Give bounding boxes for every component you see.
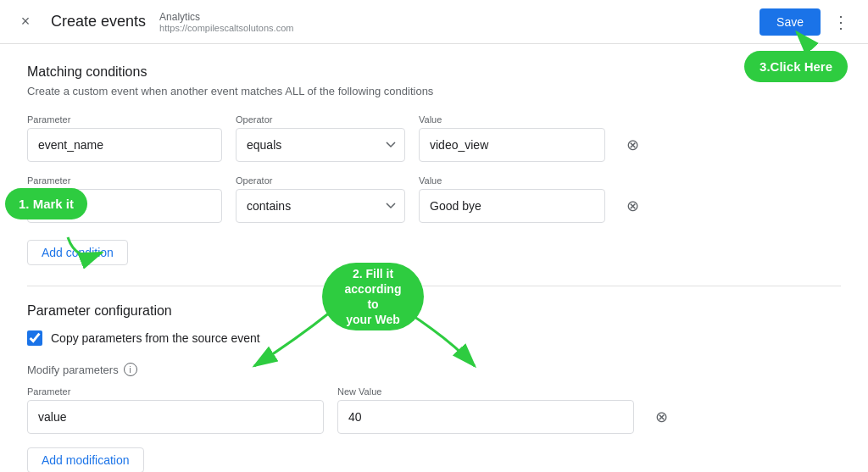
condition-1-param-group: Parameter bbox=[27, 114, 222, 162]
main-content: Matching conditions Create a custom even… bbox=[0, 44, 868, 472]
header-meta: Analytics https://compilescaltsolutons.c… bbox=[159, 11, 293, 33]
mod-new-value-input[interactable] bbox=[337, 400, 634, 434]
meta-url: https://compilescaltsolutons.com bbox=[159, 23, 293, 33]
condition-2-value-label: Value bbox=[419, 175, 605, 186]
mod-new-value-group: New Value bbox=[337, 386, 634, 434]
condition-2-remove-button[interactable]: ⊗ bbox=[619, 192, 646, 219]
header-actions: Save ⋮ bbox=[760, 8, 854, 36]
more-button[interactable]: ⋮ bbox=[827, 8, 854, 36]
condition-1-remove-button[interactable]: ⊗ bbox=[619, 131, 646, 158]
condition-2-value-input[interactable] bbox=[419, 189, 605, 223]
close-button[interactable]: × bbox=[14, 10, 37, 34]
copy-params-row: Copy parameters from the source event bbox=[27, 330, 841, 346]
meta-name: Analytics bbox=[159, 11, 293, 23]
copy-params-label[interactable]: Copy parameters from the source event bbox=[51, 331, 260, 345]
condition-2-operator-label: Operator bbox=[236, 175, 405, 186]
condition-1-param-input[interactable] bbox=[27, 128, 222, 162]
mod-new-value-label: New Value bbox=[337, 386, 634, 397]
modify-params-text: Modify parameters bbox=[27, 364, 119, 376]
save-button[interactable]: Save bbox=[760, 8, 821, 36]
add-condition-button[interactable]: Add condition bbox=[27, 240, 128, 265]
info-icon[interactable]: i bbox=[124, 363, 137, 376]
matching-conditions-title: Matching conditions bbox=[27, 64, 841, 80]
param-config-title: Parameter configuration bbox=[27, 303, 841, 319]
condition-1-value-input[interactable] bbox=[419, 128, 605, 162]
condition-1-value-label: Value bbox=[419, 114, 605, 125]
matching-conditions-desc: Create a custom event when another event… bbox=[27, 85, 841, 97]
modify-params-label: Modify parameters i bbox=[27, 363, 841, 376]
mod-param-label: Parameter bbox=[27, 386, 324, 397]
condition-1-operator-group: Operator equals contains starts with end… bbox=[236, 114, 405, 162]
annotation-click-here: 3.Click Here bbox=[744, 51, 848, 82]
condition-1-param-label: Parameter bbox=[27, 114, 222, 125]
condition-1-operator-label: Operator bbox=[236, 114, 405, 125]
condition-1-operator-select[interactable]: equals contains starts with ends with bbox=[236, 128, 405, 162]
condition-1-value-group: Value bbox=[419, 114, 605, 162]
condition-2-param-label: Parameter bbox=[27, 175, 222, 186]
modification-row-1: Parameter New Value ⊗ bbox=[27, 386, 841, 434]
condition-2-value-group: Value bbox=[419, 175, 605, 223]
section-divider bbox=[27, 286, 841, 286]
mod-param-group: Parameter bbox=[27, 386, 324, 434]
page-title: Create events bbox=[51, 13, 146, 31]
condition-2-operator-select[interactable]: equals contains starts with ends with bbox=[236, 189, 405, 223]
header: × Create events Analytics https://compil… bbox=[0, 0, 868, 44]
mod-remove-button[interactable]: ⊗ bbox=[648, 403, 675, 430]
annotation-mark-it: 1. Mark it bbox=[5, 188, 87, 219]
add-modification-button[interactable]: Add modification bbox=[27, 447, 144, 472]
condition-row-1: Parameter Operator equals contains start… bbox=[27, 114, 841, 162]
copy-params-checkbox[interactable] bbox=[27, 330, 42, 346]
annotation-fill-it: 2. Fill itaccording toyour Web bbox=[322, 263, 424, 330]
condition-row-2: Parameter Operator equals contains start… bbox=[27, 175, 841, 223]
mod-param-input[interactable] bbox=[27, 400, 324, 434]
condition-2-operator-group: Operator equals contains starts with end… bbox=[236, 175, 405, 223]
